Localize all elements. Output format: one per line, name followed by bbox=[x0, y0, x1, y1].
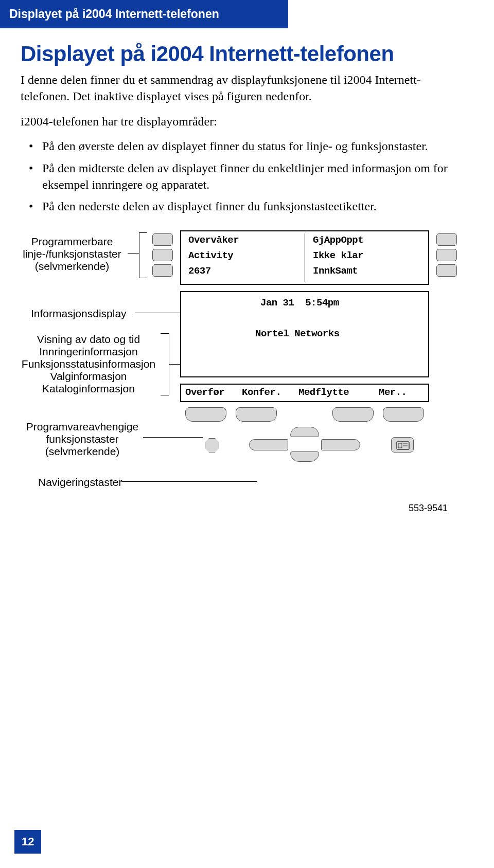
content: Displayet på i2004 Internett-telefonen I… bbox=[0, 28, 494, 549]
connector bbox=[161, 333, 169, 334]
display-line: Activity bbox=[188, 250, 233, 261]
display-line: Overvåker bbox=[188, 234, 239, 246]
page-title: Displayet på i2004 Internett-telefonen bbox=[21, 43, 468, 65]
display-name: Nortel Networks bbox=[255, 328, 340, 339]
line-key[interactable] bbox=[152, 249, 173, 261]
softkey-label: Mer.. bbox=[379, 387, 407, 398]
nav-right[interactable] bbox=[321, 439, 360, 450]
callout-info-lines: Visning av dato og tid Innringerinformas… bbox=[11, 333, 166, 395]
line-key[interactable] bbox=[436, 249, 457, 261]
connector bbox=[139, 278, 147, 278]
callout-softkeys: Programvareavhengige funksjonstaster (se… bbox=[21, 421, 144, 458]
softkey[interactable] bbox=[383, 407, 424, 422]
line-key[interactable] bbox=[152, 264, 173, 277]
intro-paragraph: I denne delen finner du et sammendrag av… bbox=[21, 71, 468, 105]
connector bbox=[169, 364, 180, 365]
bullet-item: På den nederste delen av displayet finne… bbox=[42, 198, 468, 214]
line-key[interactable] bbox=[436, 233, 457, 246]
connector bbox=[161, 395, 169, 395]
connector bbox=[143, 437, 203, 438]
line-key[interactable] bbox=[152, 233, 173, 246]
callout-nav: Navigeringstaster bbox=[38, 476, 122, 489]
header-text: Displayet på i2004 Internett-telefonen bbox=[9, 7, 219, 21]
softkey[interactable] bbox=[332, 407, 374, 422]
lead-paragraph: i2004-telefonen har tre displayområder: bbox=[21, 113, 468, 130]
callout-line-keys: Programmerbare linje-/funksjonstaster (s… bbox=[15, 236, 129, 273]
connector bbox=[139, 232, 147, 233]
card-icon bbox=[392, 438, 414, 453]
display-line: Ikke klar bbox=[313, 250, 363, 261]
bullet-list: På den øverste delen av displayet finner… bbox=[21, 138, 468, 215]
bullet-item: På den midterste delen av displayet finn… bbox=[42, 160, 468, 193]
softkey-label: Overfør bbox=[185, 387, 224, 398]
softkey-label: Medflytte bbox=[298, 387, 349, 398]
svg-rect-1 bbox=[398, 443, 402, 448]
directory-button[interactable] bbox=[391, 437, 414, 453]
display-line: InnkSamt bbox=[313, 265, 358, 277]
quit-button[interactable] bbox=[205, 438, 219, 453]
figure-reference: 553-9541 bbox=[409, 503, 448, 514]
connector bbox=[128, 253, 139, 254]
header-bar: Displayet på i2004 Internett-telefonen bbox=[0, 0, 288, 28]
nav-up[interactable] bbox=[290, 427, 319, 437]
connector bbox=[139, 232, 139, 278]
display-datetime: Jan 31 5:54pm bbox=[260, 297, 339, 309]
softkey-label: Konfer. bbox=[242, 387, 281, 398]
divider bbox=[305, 233, 305, 282]
display-line: 2637 bbox=[188, 265, 211, 277]
phone-diagram: Programmerbare linje-/funksjonstaster (s… bbox=[21, 230, 473, 549]
nav-down[interactable] bbox=[290, 451, 319, 462]
display-line: GjAppOppt bbox=[313, 234, 363, 246]
connector bbox=[135, 313, 180, 313]
softkey[interactable] bbox=[236, 407, 277, 422]
callout-info-display: Informasjonsdisplay bbox=[31, 308, 127, 320]
softkey[interactable] bbox=[185, 407, 226, 422]
line-key[interactable] bbox=[436, 264, 457, 277]
bullet-item: På den øverste delen av displayet finner… bbox=[42, 138, 468, 154]
page-number: 12 bbox=[14, 830, 41, 854]
connector bbox=[121, 481, 257, 482]
nav-left[interactable] bbox=[249, 439, 288, 450]
